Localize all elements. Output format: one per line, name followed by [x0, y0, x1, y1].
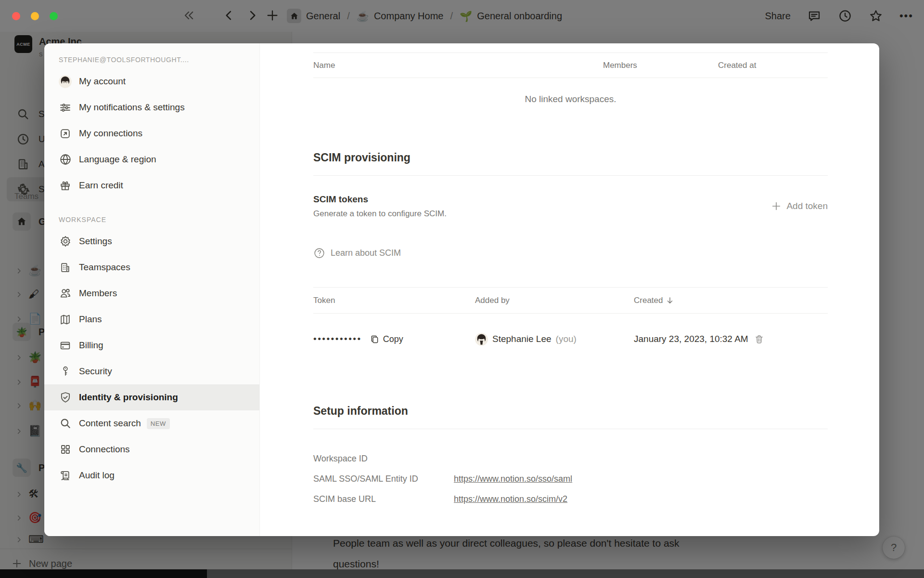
arrow-up-right-box-icon — [59, 127, 72, 140]
column-header-members: Members — [603, 61, 718, 70]
settings-item-label: Content search — [79, 418, 141, 429]
plus-icon — [771, 201, 782, 211]
setup-label: SAML SSO/SAML Entity ID — [313, 474, 454, 484]
copy-icon — [370, 334, 380, 344]
setup-row-workspace-id: Workspace ID — [313, 448, 828, 469]
learn-about-scim-label: Learn about SCIM — [331, 248, 401, 258]
scim-tokens-description: Generate a token to configure SCIM. — [313, 209, 447, 219]
scim-base-url-link[interactable]: https://www.notion.so/scim/v2 — [454, 494, 828, 504]
token-table-row: ••••••••••• Copy Stephanie Lee (you) — [313, 314, 828, 352]
settings-item-label: Identity & provisioning — [79, 392, 178, 403]
column-header-name: Name — [313, 61, 603, 70]
grid-icon — [59, 443, 72, 456]
window-controls — [12, 12, 58, 20]
question-circle-icon — [313, 247, 325, 259]
sliders-icon — [59, 101, 72, 114]
setup-label: SCIM base URL — [313, 494, 454, 504]
settings-item-label: My account — [79, 76, 126, 87]
settings-item-my-account[interactable]: My account — [44, 68, 259, 94]
settings-item-label: Members — [79, 288, 117, 299]
column-header-token: Token — [313, 296, 475, 305]
credit-card-icon — [59, 339, 72, 352]
settings-item-members[interactable]: Members — [44, 280, 259, 306]
map-icon — [59, 313, 72, 326]
settings-item-earn-credit[interactable]: Earn credit — [44, 172, 259, 198]
settings-item-label: Language & region — [79, 154, 156, 165]
settings-item-settings[interactable]: Settings — [44, 228, 259, 254]
settings-item-label: Security — [79, 366, 112, 377]
scim-tokens-row: SCIM tokens Generate a token to configur… — [313, 193, 828, 219]
settings-sidebar: STEPHANIE@TOOLSFORTHOUGHT.... My account… — [44, 43, 260, 536]
shield-check-icon — [59, 391, 72, 404]
setup-information-heading: Setup information — [313, 404, 828, 418]
setup-information-rows: Workspace ID SAML SSO/SAML Entity ID htt… — [313, 448, 828, 509]
scim-token-table: Token Added by Created ••••••••••• Copy — [313, 287, 828, 352]
settings-modal: STEPHANIE@TOOLSFORTHOUGHT.... My account… — [44, 43, 879, 536]
settings-item-my-connections[interactable]: My connections — [44, 120, 259, 146]
you-indicator: (you) — [556, 334, 577, 344]
bottom-strip-left — [0, 569, 207, 578]
settings-item-connections[interactable]: Connections — [44, 436, 259, 462]
settings-item-audit-log[interactable]: Audit log — [44, 462, 259, 488]
settings-item-label: My notifications & settings — [79, 102, 185, 113]
setup-label: Workspace ID — [313, 454, 454, 464]
masked-token: ••••••••••• — [313, 334, 362, 344]
settings-item-notifications[interactable]: My notifications & settings — [44, 94, 259, 120]
divider — [313, 175, 828, 176]
saml-sso-link[interactable]: https://www.notion.so/sso/saml — [454, 474, 828, 484]
settings-item-label: My connections — [79, 128, 142, 139]
building-icon — [59, 261, 72, 274]
empty-state-text: No linked workspaces. — [313, 78, 828, 107]
settings-item-security[interactable]: Security — [44, 358, 259, 384]
scim-tokens-title: SCIM tokens — [313, 193, 447, 206]
arrow-down-icon — [666, 296, 674, 305]
gear-icon — [59, 235, 72, 248]
settings-item-label: Teamspaces — [79, 262, 130, 273]
column-header-created-sort[interactable]: Created — [634, 296, 828, 305]
scroll-icon — [59, 469, 72, 482]
settings-item-teamspaces[interactable]: Teamspaces — [44, 254, 259, 280]
key-icon — [59, 365, 72, 378]
minimize-window-button[interactable] — [31, 12, 39, 20]
settings-main-panel: Name Members Created at No linked worksp… — [260, 43, 879, 536]
search-icon — [59, 417, 72, 430]
zoom-window-button[interactable] — [50, 12, 58, 20]
notion-app-window: General / ☕ Company Home / 🌱 General onb… — [0, 0, 924, 578]
account-section-header: STEPHANIE@TOOLSFORTHOUGHT.... — [59, 55, 259, 65]
added-by-name: Stephanie Lee — [492, 334, 552, 344]
settings-item-label: Settings — [79, 236, 112, 247]
linked-workspaces-table: Name Members Created at No linked worksp… — [313, 53, 828, 107]
copy-label: Copy — [383, 334, 403, 344]
settings-item-label: Earn credit — [79, 180, 123, 191]
globe-icon — [59, 153, 72, 166]
settings-item-label: Plans — [79, 314, 102, 325]
divider — [313, 429, 828, 429]
column-header-created-at: Created at — [718, 61, 828, 70]
created-timestamp: January 23, 2023, 10:32 AM — [634, 334, 748, 344]
settings-item-label: Billing — [79, 340, 103, 351]
setup-row-saml-entity-id: SAML SSO/SAML Entity ID https://www.noti… — [313, 469, 828, 489]
members-icon — [59, 287, 72, 300]
user-avatar — [475, 333, 488, 346]
settings-item-label: Connections — [79, 444, 130, 455]
settings-item-label: Audit log — [79, 470, 115, 481]
trash-icon — [754, 334, 764, 344]
close-window-button[interactable] — [12, 12, 20, 20]
user-avatar — [59, 75, 72, 88]
add-token-label: Add token — [786, 201, 828, 211]
workspace-section-header: WORKSPACE — [59, 215, 259, 224]
settings-item-content-search[interactable]: Content search NEW — [44, 410, 259, 436]
new-badge: NEW — [147, 418, 170, 429]
delete-token-button[interactable] — [754, 334, 764, 344]
copy-token-button[interactable]: Copy — [370, 334, 403, 344]
add-token-button[interactable]: Add token — [771, 201, 828, 211]
scim-provisioning-heading: SCIM provisioning — [313, 150, 828, 165]
learn-about-scim-link[interactable]: Learn about SCIM — [313, 247, 828, 259]
settings-item-identity-provisioning[interactable]: Identity & provisioning — [44, 384, 259, 410]
column-header-added-by: Added by — [475, 296, 634, 305]
settings-item-plans[interactable]: Plans — [44, 306, 259, 332]
gift-icon — [59, 179, 72, 192]
settings-item-billing[interactable]: Billing — [44, 332, 259, 358]
settings-item-language-region[interactable]: Language & region — [44, 146, 259, 172]
setup-row-scim-base-url: SCIM base URL https://www.notion.so/scim… — [313, 489, 828, 509]
